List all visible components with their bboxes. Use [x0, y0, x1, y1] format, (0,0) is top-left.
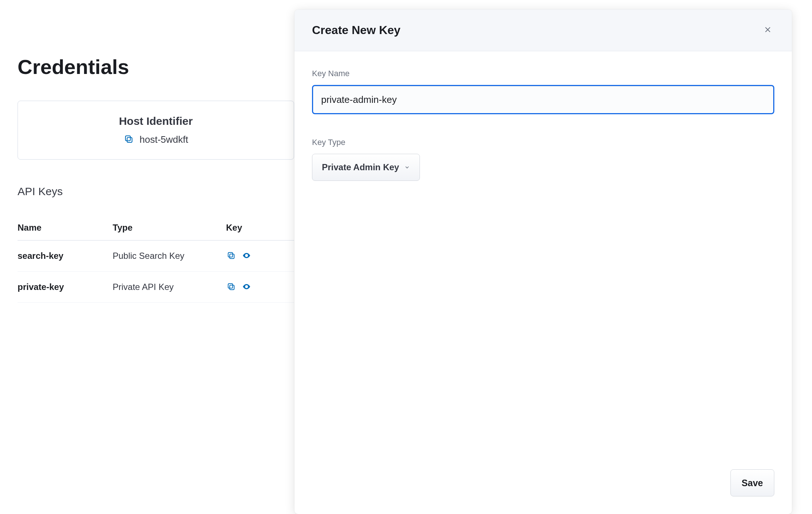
copy-host-button[interactable] [124, 135, 134, 145]
column-header-name: Name [18, 216, 113, 241]
close-icon [764, 26, 771, 34]
copy-key-button[interactable] [226, 251, 236, 261]
table-row: search-key Public Search Key [18, 241, 294, 272]
key-type-select[interactable]: Private Admin Key [312, 154, 420, 181]
host-identifier-row: host-5wdkft [33, 134, 279, 145]
host-identifier-title: Host Identifier [33, 115, 279, 127]
column-header-key: Key [226, 216, 294, 241]
table-row: private-key Private API Key [18, 272, 294, 303]
host-identifier-value: host-5wdkft [140, 134, 188, 145]
flyout-footer: Save [294, 469, 792, 514]
key-actions [226, 251, 294, 261]
key-type-group: Key Type Private Admin Key [312, 138, 774, 181]
svg-rect-0 [127, 138, 132, 143]
host-identifier-card: Host Identifier host-5wdkft [18, 101, 294, 160]
key-type: Private API Key [113, 272, 226, 303]
key-name-label: Key Name [312, 69, 774, 78]
flyout-header: Create New Key [294, 10, 792, 51]
key-name: private-key [18, 272, 113, 303]
key-name-group: Key Name [312, 69, 774, 114]
eye-icon [242, 282, 251, 292]
key-type-selected: Private Admin Key [322, 162, 399, 172]
column-header-type: Type [113, 216, 226, 241]
svg-rect-2 [230, 254, 234, 258]
copy-icon [124, 135, 133, 145]
key-type-label: Key Type [312, 138, 774, 147]
reveal-key-button[interactable] [241, 282, 252, 292]
api-keys-table: Name Type Key search-key Public Search K… [18, 216, 294, 303]
create-key-flyout: Create New Key Key Name Key Type Private… [294, 10, 792, 514]
svg-rect-3 [228, 252, 233, 257]
reveal-key-button[interactable] [241, 251, 252, 261]
svg-point-7 [246, 286, 247, 287]
chevron-down-icon [404, 164, 410, 170]
key-actions [226, 282, 294, 292]
key-name: search-key [18, 241, 113, 272]
save-button[interactable]: Save [730, 469, 774, 496]
svg-rect-1 [125, 136, 131, 141]
key-name-input[interactable] [312, 85, 774, 114]
copy-icon [227, 252, 235, 261]
flyout-body: Key Name Key Type Private Admin Key [294, 51, 792, 469]
key-type: Public Search Key [113, 241, 226, 272]
copy-key-button[interactable] [226, 282, 236, 292]
flyout-title: Create New Key [312, 23, 401, 37]
close-button[interactable] [761, 24, 774, 37]
svg-rect-5 [230, 285, 234, 289]
eye-icon [242, 251, 251, 261]
copy-icon [227, 283, 235, 292]
svg-rect-6 [228, 283, 233, 288]
svg-point-4 [246, 255, 247, 256]
